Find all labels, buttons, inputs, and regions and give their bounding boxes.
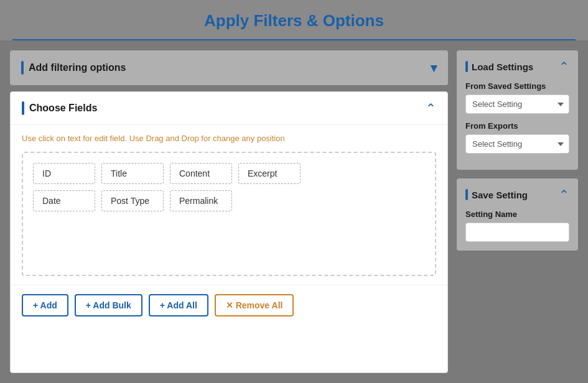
from-saved-select[interactable]: Select Setting bbox=[465, 95, 569, 114]
choose-fields-title: Choose Fields bbox=[22, 101, 97, 115]
action-buttons: + Add + Add Bulk + Add All ✕ Remove All bbox=[11, 285, 447, 325]
load-settings-title: Load Settings bbox=[465, 61, 533, 72]
field-item-id[interactable]: ID bbox=[33, 163, 95, 184]
field-item-excerpt[interactable]: Excerpt bbox=[238, 163, 301, 184]
filter-bar[interactable]: Add filtering options ▾ bbox=[10, 50, 448, 85]
remove-all-button[interactable]: ✕ Remove All bbox=[215, 294, 294, 316]
page-title: Apply Filters & Options bbox=[12, 11, 576, 39]
add-bulk-button[interactable]: + Add Bulk bbox=[75, 294, 142, 316]
main-layout: Add filtering options ▾ Choose Fields ⌃ … bbox=[0, 40, 588, 383]
field-item-post-type[interactable]: Post Type bbox=[101, 190, 164, 211]
chevron-up-icon[interactable]: ⌃ bbox=[426, 101, 436, 116]
from-exports-label: From Exports bbox=[465, 121, 569, 131]
save-setting-title: Save Setting bbox=[465, 189, 528, 200]
load-settings-panel: Load Settings ⌃ From Saved Settings Sele… bbox=[457, 50, 578, 170]
hint-text: Use click on text for edit field. Use Dr… bbox=[22, 134, 436, 143]
chevron-down-icon: ▾ bbox=[431, 60, 437, 75]
add-all-button[interactable]: + Add All bbox=[149, 294, 208, 316]
choose-fields-body: Use click on text for edit field. Use Dr… bbox=[11, 125, 447, 285]
left-column: Add filtering options ▾ Choose Fields ⌃ … bbox=[10, 50, 448, 373]
load-settings-chevron-icon[interactable]: ⌃ bbox=[559, 59, 569, 74]
choose-fields-panel: Choose Fields ⌃ Use click on text for ed… bbox=[10, 91, 448, 373]
field-item-permalink[interactable]: Permalink bbox=[170, 190, 232, 211]
page-wrapper: Apply Filters & Options Add filtering op… bbox=[0, 0, 588, 383]
add-button[interactable]: + Add bbox=[22, 294, 68, 316]
field-item-content[interactable]: Content bbox=[170, 163, 232, 184]
from-exports-select[interactable]: Select Setting bbox=[465, 134, 569, 154]
right-column: Load Settings ⌃ From Saved Settings Sele… bbox=[457, 50, 578, 373]
field-item-title[interactable]: Title bbox=[101, 163, 164, 184]
fields-row-1: ID Title Content Excerpt bbox=[33, 163, 425, 184]
load-settings-header: Load Settings ⌃ bbox=[465, 59, 569, 74]
setting-name-label: Setting Name bbox=[465, 210, 569, 219]
from-saved-label: From Saved Settings bbox=[465, 81, 569, 91]
setting-name-input[interactable] bbox=[465, 223, 569, 242]
page-header: Apply Filters & Options bbox=[0, 0, 588, 40]
fields-drag-area: ID Title Content Excerpt Date Post Type … bbox=[22, 152, 436, 276]
save-setting-panel: Save Setting ⌃ Setting Name bbox=[457, 178, 578, 251]
filter-bar-title: Add filtering options bbox=[21, 61, 126, 75]
fields-row-2: Date Post Type Permalink bbox=[33, 190, 425, 211]
field-item-date[interactable]: Date bbox=[33, 190, 95, 211]
save-setting-chevron-icon[interactable]: ⌃ bbox=[559, 187, 569, 202]
choose-fields-header: Choose Fields ⌃ bbox=[11, 92, 447, 125]
save-setting-header: Save Setting ⌃ bbox=[465, 187, 569, 202]
